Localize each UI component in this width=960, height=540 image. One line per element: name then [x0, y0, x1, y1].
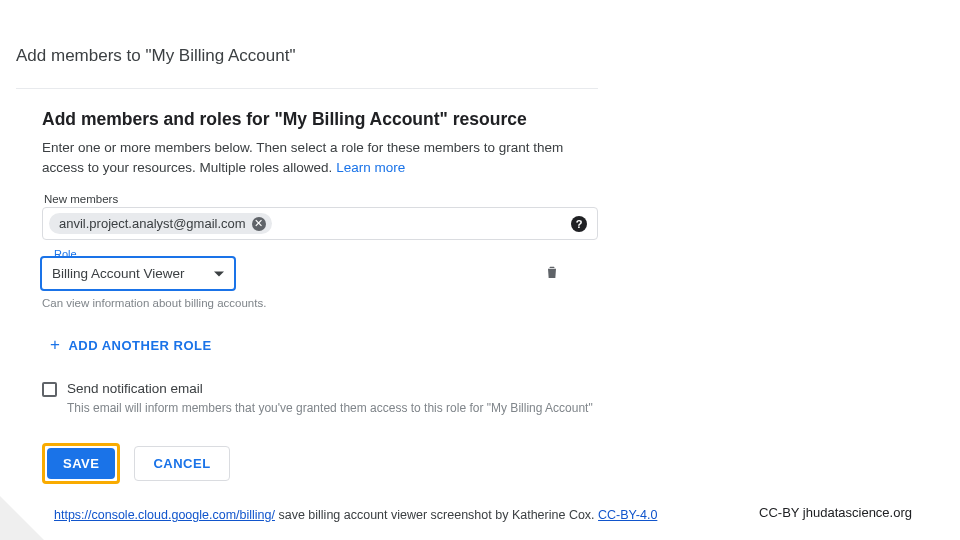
- save-button[interactable]: SAVE: [47, 448, 115, 479]
- chevron-down-icon: [214, 271, 224, 276]
- attribution-url[interactable]: https://console.cloud.google.com/billing…: [54, 508, 275, 522]
- role-hint: Can view information about billing accou…: [42, 297, 598, 309]
- attribution-caption: save billing account viewer screenshot b…: [275, 508, 598, 522]
- page-corner-decoration: [0, 496, 44, 540]
- delete-role-button[interactable]: [544, 263, 560, 285]
- cancel-button[interactable]: CANCEL: [134, 446, 229, 481]
- attribution-license[interactable]: CC-BY-4.0: [598, 508, 657, 522]
- trash-icon: [544, 263, 560, 281]
- section-description: Enter one or more members below. Then se…: [42, 138, 598, 177]
- help-icon[interactable]: ?: [571, 216, 587, 232]
- attribution-right: CC-BY jhudatascience.org: [759, 505, 912, 520]
- notify-checkbox[interactable]: [42, 382, 57, 397]
- add-role-label: ADD ANOTHER ROLE: [68, 338, 211, 353]
- notify-label: Send notification email: [67, 381, 203, 396]
- divider: [16, 88, 598, 89]
- member-chip-text: anvil.project.analyst@gmail.com: [59, 216, 246, 231]
- add-another-role-button[interactable]: + ADD ANOTHER ROLE: [50, 335, 212, 355]
- role-selected-value: Billing Account Viewer: [52, 266, 185, 281]
- save-highlight: SAVE: [42, 443, 120, 484]
- role-select[interactable]: Billing Account Viewer: [40, 256, 236, 291]
- section-title: Add members and roles for "My Billing Ac…: [42, 109, 598, 130]
- learn-more-link[interactable]: Learn more: [336, 160, 405, 175]
- member-chip[interactable]: anvil.project.analyst@gmail.com ✕: [49, 213, 272, 234]
- new-members-label: New members: [44, 193, 598, 205]
- notify-hint: This email will inform members that you'…: [67, 401, 598, 415]
- plus-icon: +: [50, 335, 60, 355]
- new-members-input[interactable]: anvil.project.analyst@gmail.com ✕ ?: [42, 207, 598, 240]
- description-text: Enter one or more members below. Then se…: [42, 140, 563, 175]
- add-members-dialog: Add members to "My Billing Account" Add …: [16, 46, 598, 484]
- attribution-left: https://console.cloud.google.com/billing…: [54, 508, 657, 522]
- remove-chip-icon[interactable]: ✕: [252, 217, 266, 231]
- dialog-title: Add members to "My Billing Account": [16, 46, 598, 66]
